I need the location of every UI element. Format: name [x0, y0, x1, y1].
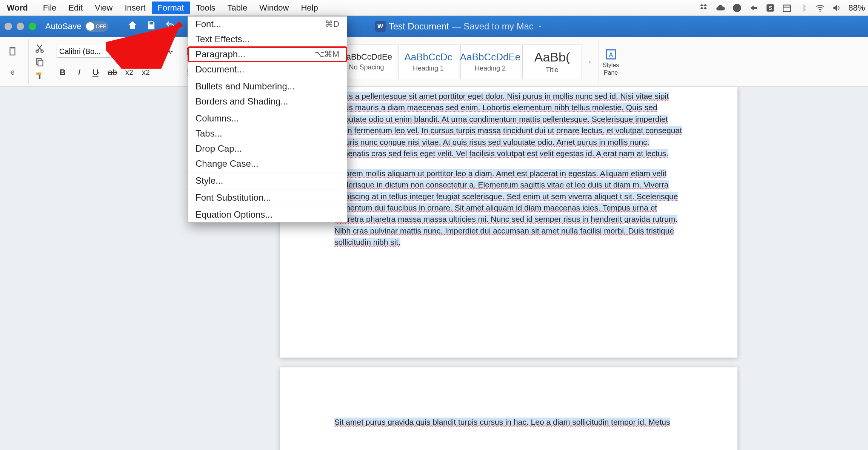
style-heading-1[interactable]: AaBbCcDcHeading 1 [399, 45, 458, 79]
font-size-select[interactable]: 12 [119, 45, 139, 58]
menu-tools[interactable]: Tools [190, 2, 221, 14]
zoom-window[interactable] [29, 23, 36, 30]
menu-edit[interactable]: Edit [62, 2, 89, 14]
s-icon[interactable]: S [765, 3, 775, 13]
document-area[interactable]: cibus a pellentesque sit amet porttitor … [0, 87, 868, 450]
calendar-icon[interactable] [782, 3, 792, 13]
saved-status: — Saved to my Mac [452, 21, 534, 32]
italic-button[interactable]: I [73, 66, 85, 78]
paste-icon[interactable] [6, 45, 19, 58]
window-titlebar: AutoSave OFF W Test Document — Saved to … [0, 16, 868, 37]
font-name-select[interactable]: Calibri (Bo... [57, 45, 113, 58]
app-name: Word [3, 2, 32, 14]
menu-item-paragraph[interactable]: Paragraph...⌥⌘M [188, 47, 347, 62]
toggle-switch[interactable]: OFF [85, 21, 108, 32]
menu-item-font-substitution[interactable]: Font Substitution... [188, 190, 347, 205]
svg-rect-6 [10, 48, 15, 55]
svg-text:A: A [608, 51, 613, 58]
superscript-button[interactable]: x2 [140, 66, 152, 78]
dropbox-icon[interactable] [699, 3, 709, 13]
undo-icon[interactable] [165, 20, 175, 33]
menu-help[interactable]: Help [295, 2, 324, 14]
page-1: cibus a pellentesque sit amet porttitor … [280, 87, 737, 358]
minimize-window[interactable] [17, 23, 24, 30]
copy-icon[interactable] [33, 55, 46, 68]
menu-item-bullets-and-numbering[interactable]: Bullets and Numbering... [188, 79, 347, 94]
menu-item-font[interactable]: Font...⌘D [188, 17, 347, 32]
bluetooth-icon[interactable] [799, 3, 808, 13]
autosave-toggle[interactable]: AutoSave OFF [45, 21, 108, 32]
cloud-icon[interactable] [716, 3, 725, 13]
e-icon[interactable]: e [6, 66, 19, 78]
home-icon[interactable] [127, 20, 138, 33]
chevron-down-icon[interactable] [537, 23, 543, 30]
close-window[interactable] [5, 23, 12, 30]
menu-format[interactable]: Format [152, 2, 190, 14]
svg-text:S: S [768, 5, 772, 11]
arrow-icon[interactable] [749, 3, 759, 13]
subscript-button[interactable]: x2 [123, 66, 135, 78]
svg-rect-7 [11, 47, 14, 48]
svg-point-0 [733, 4, 741, 12]
menu-item-drop-cap[interactable]: Drop Cap... [188, 141, 347, 156]
style-title[interactable]: AaBb(Title [522, 45, 582, 79]
format-dropdown: Font...⌘DText Effects...Paragraph...⌥⌘MD… [188, 16, 347, 223]
menu-item-change-case[interactable]: Change Case... [188, 156, 347, 171]
menu-view[interactable]: View [89, 2, 119, 14]
styles-pane-button[interactable]: A StylesPane [599, 39, 623, 84]
increase-font-icon[interactable]: A▴ [146, 45, 159, 57]
doc-name: Test Document [389, 21, 449, 32]
menu-item-columns[interactable]: Columns... [188, 111, 347, 126]
menu-item-style[interactable]: Style... [188, 173, 347, 188]
page-2: Sit amet purus gravida quis blandit turp… [280, 367, 737, 450]
mac-menubar: Word File Edit View Insert Format Tools … [0, 0, 868, 16]
format-painter-icon[interactable] [33, 69, 46, 82]
menu-window[interactable]: Window [253, 2, 295, 14]
menu-item-text-effects[interactable]: Text Effects... [188, 32, 347, 47]
more-styles-button[interactable]: › [584, 45, 596, 79]
svg-rect-11 [38, 60, 43, 66]
paragraph-3[interactable]: Sit amet purus gravida quis blandit turp… [334, 416, 683, 428]
menu-item-equation-options[interactable]: Equation Options... [188, 207, 347, 222]
ribbon: e Calibri (Bo...▾ 12▾ A▴ A▾ B I U▾ ab x2… [0, 37, 868, 87]
menu-item-document[interactable]: Document... [188, 62, 347, 77]
svg-point-9 [41, 50, 43, 52]
save-icon[interactable] [146, 20, 157, 33]
paragraph-2[interactable]: ta lorem mollis aliquam ut porttitor leo… [334, 168, 683, 248]
menu-item-borders-and-shading[interactable]: Borders and Shading... [188, 94, 347, 109]
decrease-font-icon[interactable]: A▾ [163, 45, 175, 57]
svg-rect-3 [783, 5, 791, 11]
autosave-label: AutoSave [45, 22, 81, 31]
traffic-lights[interactable] [5, 23, 36, 30]
wifi-icon[interactable] [815, 3, 825, 13]
svg-point-5 [819, 11, 820, 12]
bold-button[interactable]: B [57, 66, 69, 78]
cut-icon[interactable] [33, 41, 46, 54]
paragraph-1[interactable]: cibus a pellentesque sit amet porttitor … [334, 91, 683, 160]
menu-file[interactable]: File [37, 2, 62, 14]
menu-table[interactable]: Table [222, 2, 254, 14]
menu-item-tabs[interactable]: Tabs... [188, 126, 347, 141]
cc-icon[interactable] [732, 3, 742, 13]
doc-title[interactable]: W Test Document — Saved to my Mac [375, 21, 543, 32]
style-heading-2[interactable]: AaBbCcDdEeHeading 2 [460, 45, 520, 79]
battery-percent[interactable]: 88% [848, 3, 865, 13]
word-badge-icon: W [375, 21, 386, 32]
volume-icon[interactable] [832, 3, 842, 13]
menu-insert[interactable]: Insert [119, 2, 151, 14]
svg-point-8 [36, 50, 38, 52]
strikethrough-button[interactable]: ab [106, 66, 119, 78]
underline-button[interactable]: U▾ [90, 66, 102, 78]
